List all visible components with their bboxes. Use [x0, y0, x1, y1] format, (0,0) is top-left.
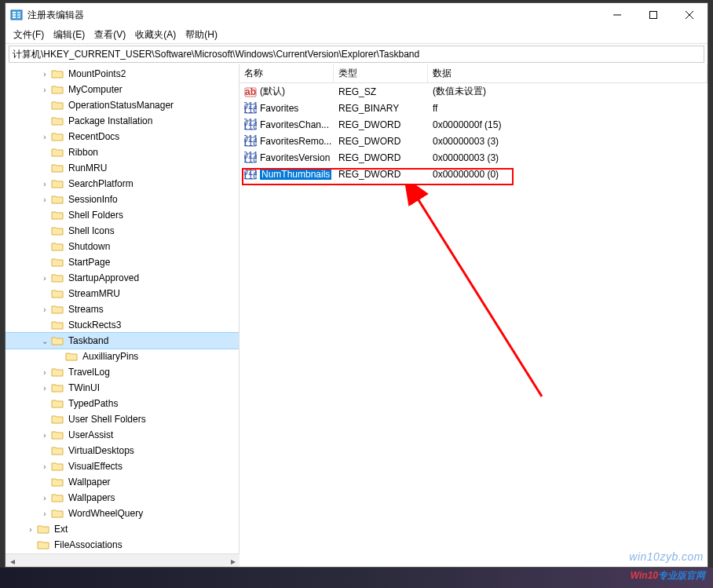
- tree-item-streammru[interactable]: StreamMRU: [5, 286, 239, 301]
- minimize-button[interactable]: [599, 3, 635, 27]
- tree-item-ext[interactable]: ›Ext: [5, 521, 239, 537]
- tree-item-wordwheelquery[interactable]: ›WordWheelQuery: [5, 506, 239, 521]
- menu-edit[interactable]: 编辑(E): [49, 27, 90, 43]
- tree-item-wallpapers[interactable]: ›Wallpapers: [5, 490, 239, 506]
- menu-favorites[interactable]: 收藏夹(A): [130, 27, 181, 43]
- folder-icon: [51, 147, 64, 158]
- tree-item-auxilliarypins[interactable]: AuxilliaryPins: [5, 349, 239, 364]
- svg-rect-2: [13, 14, 16, 16]
- scroll-left-button[interactable]: ◂: [5, 554, 19, 568]
- value-type: REG_DWORD: [334, 136, 428, 147]
- folder-icon: [51, 257, 64, 268]
- tree-item-visualeffects[interactable]: ›VisualEffects: [5, 458, 239, 474]
- menu-view[interactable]: 查看(V): [90, 27, 130, 43]
- expander-icon[interactable]: ›: [40, 431, 49, 440]
- tree-item-userassist[interactable]: ›UserAssist: [5, 427, 239, 443]
- expander-icon[interactable]: ⌄: [40, 337, 49, 345]
- tree-item-searchplatform[interactable]: ›SearchPlatform: [5, 176, 239, 192]
- scroll-right-button[interactable]: ▸: [226, 554, 239, 568]
- value-row[interactable]: 011110FavoritesVersionREG_DWORD0x0000000…: [239, 149, 708, 166]
- expander-icon[interactable]: ›: [40, 494, 49, 502]
- address-bar[interactable]: 计算机\HKEY_CURRENT_USER\Software\Microsoft…: [9, 46, 704, 63]
- tree-item-label: FileAssociations: [53, 539, 124, 550]
- value-name: (默认): [260, 85, 285, 98]
- tree-item-label: MountPoints2: [67, 68, 127, 79]
- tree-item-label: Shell Icons: [67, 225, 116, 236]
- regedit-window: 注册表编辑器 文件(F) 编辑(E) 查看(V) 收藏夹(A) 帮助(H) 计算…: [5, 2, 708, 568]
- tree-item-label: Shell Folders: [67, 210, 125, 221]
- tree-item-sessioninfo[interactable]: ›SessionInfo: [5, 192, 239, 207]
- expander-icon[interactable]: ›: [40, 133, 49, 141]
- scroll-track[interactable]: [19, 554, 226, 567]
- folder-icon: [51, 414, 64, 425]
- tree-item-mountpoints2[interactable]: ›MountPoints2: [5, 66, 239, 82]
- value-row[interactable]: 011110FavoritesChan...REG_DWORD0x0000000…: [239, 116, 708, 133]
- folder-icon: [51, 367, 64, 378]
- tree-item-shell-folders[interactable]: Shell Folders: [5, 207, 239, 223]
- close-button[interactable]: [671, 3, 708, 27]
- header-name[interactable]: 名称: [239, 64, 334, 82]
- tree-item-label: SessionInfo: [67, 194, 119, 205]
- tree-item-twinui[interactable]: ›TWinUI: [5, 380, 239, 396]
- folder-icon: [51, 508, 64, 519]
- tree-item-filehistory[interactable]: ›FileHistory: [5, 553, 239, 553]
- folder-icon: [51, 115, 64, 126]
- tree-item-startupapproved[interactable]: ›StartupApproved: [5, 270, 239, 286]
- tree-panel[interactable]: ›MountPoints2›MyComputerOperationStatusM…: [5, 64, 239, 553]
- expander-icon[interactable]: ›: [26, 525, 35, 534]
- tree-item-label: SearchPlatform: [67, 178, 135, 189]
- svg-text:110: 110: [244, 104, 257, 115]
- titlebar[interactable]: 注册表编辑器: [5, 3, 708, 27]
- svg-rect-6: [17, 16, 20, 18]
- expander-icon[interactable]: ›: [40, 462, 49, 471]
- tree-item-fileassociations[interactable]: FileAssociations: [5, 537, 239, 553]
- tree-item-shell-icons[interactable]: Shell Icons: [5, 223, 239, 239]
- expander-icon[interactable]: ›: [40, 195, 49, 204]
- header-type[interactable]: 类型: [334, 64, 428, 82]
- tree-item-operationstatusmanager[interactable]: OperationStatusManager: [5, 97, 239, 113]
- expander-icon[interactable]: ›: [40, 384, 49, 393]
- tree-scrollbar[interactable]: ◂ ▸: [5, 553, 239, 567]
- value-row[interactable]: 011110FavoritesRemo...REG_DWORD0x0000000…: [239, 133, 708, 149]
- tree-item-travellog[interactable]: ›TravelLog: [5, 364, 239, 380]
- tree-item-label: StuckRects3: [67, 320, 122, 331]
- menu-file[interactable]: 文件(F): [9, 27, 49, 43]
- expander-icon[interactable]: ›: [40, 274, 49, 283]
- value-row[interactable]: ab(默认)REG_SZ(数值未设置): [239, 83, 708, 100]
- tree-item-package-installation[interactable]: Package Installation: [5, 113, 239, 129]
- tree-item-label: StartupApproved: [67, 272, 141, 283]
- value-row[interactable]: 011110FavoritesREG_BINARYff: [239, 100, 708, 116]
- expander-icon[interactable]: ›: [40, 86, 49, 94]
- expander-icon[interactable]: ›: [40, 368, 49, 377]
- tree-item-label: WordWheelQuery: [67, 508, 144, 519]
- svg-rect-5: [17, 14, 20, 16]
- tree-item-label: AuxilliaryPins: [81, 351, 140, 362]
- tree-item-ribbon[interactable]: Ribbon: [5, 144, 239, 160]
- folder-icon: [51, 320, 64, 331]
- tree-item-mycomputer[interactable]: ›MyComputer: [5, 82, 239, 97]
- svg-rect-8: [650, 12, 657, 19]
- tree-item-wallpaper[interactable]: Wallpaper: [5, 474, 239, 490]
- expander-icon[interactable]: ›: [40, 70, 49, 79]
- tree-item-stuckrects3[interactable]: StuckRects3: [5, 317, 239, 333]
- tree-item-taskband[interactable]: ⌄Taskband: [5, 333, 239, 349]
- values-panel[interactable]: 名称 类型 数据 ab(默认)REG_SZ(数值未设置)011110Favori…: [239, 64, 708, 553]
- expander-icon[interactable]: ›: [40, 180, 49, 188]
- folder-icon: [51, 100, 64, 111]
- tree-item-runmru[interactable]: RunMRU: [5, 160, 239, 176]
- maximize-button[interactable]: [635, 3, 671, 27]
- value-row[interactable]: 011110NumThumbnailsREG_DWORD0x00000000 (…: [239, 166, 708, 182]
- tree-item-label: VirtualDesktops: [67, 445, 136, 456]
- expander-icon[interactable]: ›: [40, 305, 49, 314]
- menu-help[interactable]: 帮助(H): [181, 27, 222, 43]
- tree-item-typedpaths[interactable]: TypedPaths: [5, 396, 239, 411]
- tree-item-user-shell-folders[interactable]: User Shell Folders: [5, 411, 239, 427]
- tree-item-startpage[interactable]: StartPage: [5, 254, 239, 270]
- tree-item-virtualdesktops[interactable]: VirtualDesktops: [5, 443, 239, 458]
- tree-item-shutdown[interactable]: Shutdown: [5, 239, 239, 254]
- tree-item-recentdocs[interactable]: ›RecentDocs: [5, 129, 239, 144]
- value-type: REG_DWORD: [334, 152, 428, 163]
- expander-icon[interactable]: ›: [40, 509, 49, 518]
- tree-item-streams[interactable]: ›Streams: [5, 301, 239, 317]
- header-data[interactable]: 数据: [428, 64, 708, 82]
